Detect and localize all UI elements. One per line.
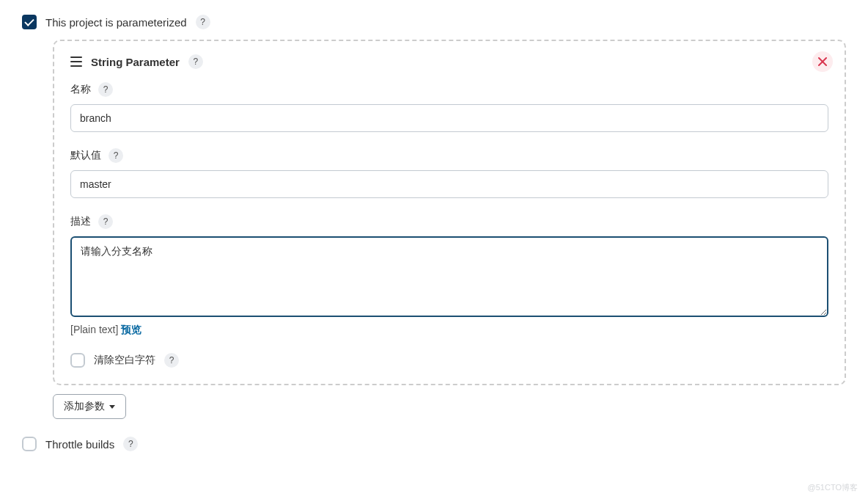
throttle-label: Throttle builds xyxy=(45,438,114,451)
remove-parameter-button[interactable] xyxy=(812,51,833,72)
add-parameter-label: 添加参数 xyxy=(64,400,105,413)
parameterized-checkbox[interactable] xyxy=(22,15,37,29)
help-icon[interactable]: ? xyxy=(196,15,210,29)
trim-label: 清除空白字符 xyxy=(94,354,155,367)
help-icon[interactable]: ? xyxy=(98,214,113,229)
default-field-group: 默认值 ? xyxy=(70,148,828,198)
throttle-checkbox[interactable] xyxy=(22,437,37,451)
name-input[interactable] xyxy=(70,104,828,132)
description-label: 描述 xyxy=(70,215,91,228)
description-textarea[interactable] xyxy=(70,236,828,317)
parameters-section: String Parameter ? 名称 ? 默认值 ? xyxy=(53,40,846,419)
string-parameter-panel: String Parameter ? 名称 ? 默认值 ? xyxy=(53,40,846,385)
throttle-option-row: Throttle builds ? xyxy=(22,437,846,451)
name-label: 名称 xyxy=(70,83,91,96)
parameter-type-title: String Parameter xyxy=(91,56,180,68)
default-input[interactable] xyxy=(70,170,828,198)
parameterized-label: This project is parameterized xyxy=(45,16,187,29)
format-row: [Plain text] 预览 xyxy=(70,324,828,337)
trim-field-group: 清除空白字符 ? xyxy=(70,353,828,368)
help-icon[interactable]: ? xyxy=(108,148,123,163)
help-icon[interactable]: ? xyxy=(188,54,203,69)
trim-checkbox[interactable] xyxy=(70,353,85,368)
add-parameter-button[interactable]: 添加参数 xyxy=(53,394,126,419)
format-indicator: [Plain text] xyxy=(70,324,118,335)
help-icon[interactable]: ? xyxy=(123,437,138,451)
close-icon xyxy=(818,57,827,66)
default-label: 默认值 xyxy=(70,149,101,162)
chevron-down-icon xyxy=(109,405,115,409)
drag-handle-icon[interactable] xyxy=(70,57,82,67)
parameterized-option-row: This project is parameterized ? xyxy=(22,15,846,29)
description-field-group: 描述 ? [Plain text] 预览 xyxy=(70,214,828,337)
panel-header: String Parameter ? xyxy=(70,54,828,69)
preview-link[interactable]: 预览 xyxy=(121,324,141,335)
help-icon[interactable]: ? xyxy=(164,353,179,368)
name-field-group: 名称 ? xyxy=(70,82,828,132)
help-icon[interactable]: ? xyxy=(98,82,113,97)
